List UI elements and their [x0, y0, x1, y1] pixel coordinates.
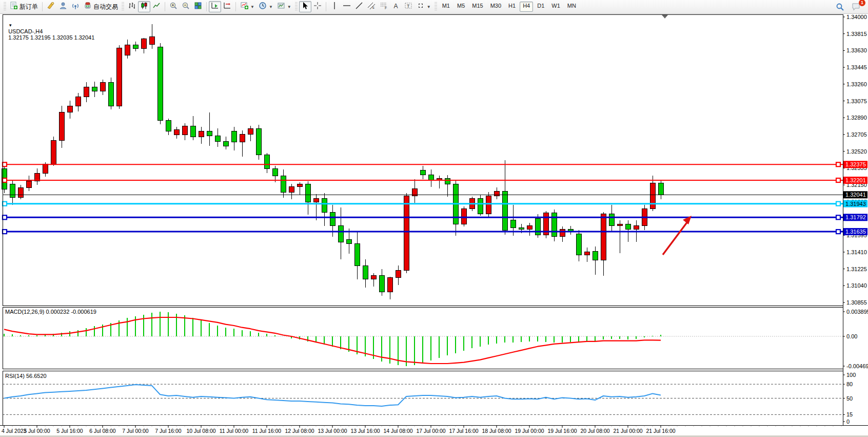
timeframe-D1[interactable]: D1 [534, 2, 547, 12]
fibonacci-tool-button[interactable]: F [378, 1, 390, 12]
svg-text:11 Jul 00:00: 11 Jul 00:00 [220, 428, 249, 434]
chart-shift-icon [223, 2, 231, 12]
svg-text:1.33815: 1.33815 [846, 31, 867, 37]
tile-windows-icon [194, 2, 202, 12]
collapse-triangle-icon[interactable]: ▼ [8, 23, 12, 28]
zoom-out-icon [182, 2, 190, 12]
user-icon [59, 2, 67, 12]
svg-text:21 Jul 00:00: 21 Jul 00:00 [613, 428, 642, 434]
candlestick-icon [140, 2, 148, 12]
svg-text:6 Jul 08:00: 6 Jul 08:00 [89, 428, 116, 434]
notification-badge: 1 [859, 0, 865, 6]
channel-tool-button[interactable]: E [365, 1, 378, 12]
svg-text:19 Jul 16:00: 19 Jul 16:00 [547, 428, 577, 434]
candlestick-chart-button[interactable] [138, 1, 150, 12]
svg-text:1.34000: 1.34000 [846, 14, 867, 20]
chart-ohlc-values: 1.32175 1.32195 1.32035 1.32041 [8, 34, 94, 41]
templates-button[interactable]: ▼ [275, 1, 293, 12]
svg-text:0: 0 [846, 419, 850, 425]
zoom-in-button[interactable] [167, 1, 180, 12]
new-order-icon [10, 2, 18, 12]
svg-text:17 Jul 16:00: 17 Jul 16:00 [449, 428, 478, 434]
svg-text:1.31040: 1.31040 [846, 282, 867, 289]
chevron-down-icon: ▼ [287, 5, 291, 9]
equidistant-channel-icon: E [367, 2, 376, 12]
template-icon [277, 2, 285, 12]
new-chart-icon [240, 2, 248, 12]
chart-shift-button[interactable] [221, 1, 233, 12]
user-button[interactable] [57, 1, 69, 12]
timeframe-MN[interactable]: MN [564, 2, 579, 12]
line-chart-icon [152, 2, 161, 12]
new-order-label: 新订单 [19, 3, 38, 11]
auto-scroll-icon [211, 2, 219, 12]
new-order-button[interactable]: 新订单 [8, 1, 40, 12]
toolbar-grip[interactable] [4, 2, 6, 11]
svg-text:1.31410: 1.31410 [846, 249, 867, 255]
chart-canvas[interactable]: 1.340001.338151.336301.334451.332601.330… [0, 0, 868, 437]
cursor-tool-button[interactable] [299, 1, 311, 12]
search-button[interactable] [834, 1, 846, 12]
svg-text:1.33260: 1.33260 [846, 81, 867, 87]
auto-trading-button[interactable]: 自动交易 [82, 1, 120, 12]
zoom-out-button[interactable] [180, 1, 192, 12]
notifications-button[interactable]: 1 [850, 1, 863, 12]
svg-text:1.31943: 1.31943 [845, 201, 866, 207]
line-chart-button[interactable] [150, 1, 163, 12]
fibonacci-icon: F [380, 2, 388, 12]
signal-button[interactable] [69, 1, 82, 12]
svg-text:A: A [393, 3, 398, 10]
chart-title: ▼ USDCAD-,H4 1.32175 1.32195 1.32035 1.3… [5, 16, 94, 41]
trendline-icon [355, 2, 363, 12]
svg-text:50: 50 [846, 395, 853, 402]
horizontal-line-tool-button[interactable] [341, 1, 353, 12]
trendline-tool-button[interactable] [353, 1, 365, 12]
toolbar-grip[interactable] [122, 2, 124, 11]
timeframe-M1[interactable]: M1 [439, 2, 453, 12]
svg-text:20 Jul 08:00: 20 Jul 08:00 [580, 428, 609, 434]
svg-text:1.32041: 1.32041 [845, 192, 866, 198]
tile-windows-button[interactable] [192, 1, 204, 12]
clock-icon [259, 2, 267, 12]
main-toolbar: 新订单 自动交易 [0, 0, 868, 14]
svg-text:13 Jul 00:00: 13 Jul 00:00 [318, 428, 347, 434]
robot-icon [84, 2, 92, 12]
text-tool-button[interactable]: A [390, 1, 402, 12]
timeframe-M15[interactable]: M15 [469, 2, 486, 12]
toolbar-grip[interactable] [435, 2, 437, 11]
arrows-icon [417, 2, 425, 12]
macd-indicator-label: MACD(12,26,9) 0.000232 -0.000619 [5, 309, 96, 315]
svg-text:-0.004699: -0.004699 [846, 363, 868, 369]
vertical-line-tool-button[interactable] [328, 1, 341, 12]
timeframe-M5[interactable]: M5 [454, 2, 468, 12]
svg-text:4 Jul 2023: 4 Jul 2023 [2, 428, 27, 434]
toolbar-grip[interactable] [295, 2, 298, 11]
auto-scroll-button[interactable] [209, 1, 221, 12]
timeframe-W1[interactable]: W1 [548, 2, 563, 12]
horizontal-line-icon [343, 2, 351, 12]
gold-tool-button[interactable] [45, 1, 57, 12]
bar-chart-icon [128, 2, 136, 12]
svg-text:1.32890: 1.32890 [846, 115, 867, 121]
svg-text:1.32705: 1.32705 [846, 131, 867, 138]
bar-chart-button[interactable] [126, 1, 138, 12]
arrows-tool-button[interactable]: ▼ [415, 1, 433, 12]
crosshair-tool-button[interactable] [311, 1, 324, 12]
new-chart-button[interactable]: ▼ [238, 1, 257, 12]
timeframe-H1[interactable]: H1 [505, 2, 519, 12]
svg-text:15: 15 [846, 411, 853, 417]
timeframe-H4[interactable]: H4 [520, 2, 533, 12]
svg-text:17 Jul 00:00: 17 Jul 00:00 [416, 428, 445, 434]
periods-button[interactable]: ▼ [257, 1, 275, 12]
svg-text:T: T [407, 4, 410, 9]
svg-text:7 Jul 16:00: 7 Jul 16:00 [155, 428, 182, 434]
text-label-tool-button[interactable]: T [402, 1, 415, 12]
svg-text:10 Jul 08:00: 10 Jul 08:00 [186, 428, 215, 434]
svg-text:13 Jul 16:00: 13 Jul 16:00 [350, 428, 380, 434]
svg-text:5 Jul 16:00: 5 Jul 16:00 [56, 428, 83, 434]
svg-text:18 Jul 08:00: 18 Jul 08:00 [482, 428, 511, 434]
zoom-in-icon [169, 2, 177, 12]
timeframe-M30[interactable]: M30 [487, 2, 504, 12]
svg-text:F: F [385, 6, 387, 10]
svg-text:12 Jul 08:00: 12 Jul 08:00 [285, 428, 314, 434]
